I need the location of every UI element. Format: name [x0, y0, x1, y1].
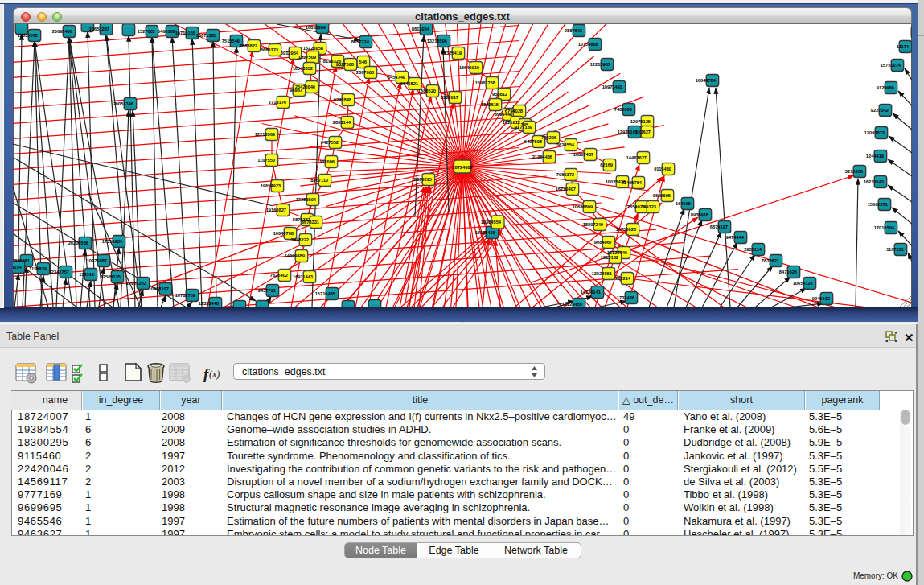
- svg-text:14099489: 14099489: [285, 253, 305, 258]
- svg-text:19035572: 19035572: [18, 33, 38, 38]
- svg-text:15716485: 15716485: [315, 291, 335, 296]
- svg-text:7485063: 7485063: [614, 107, 632, 112]
- svg-text:13353594: 13353594: [296, 197, 317, 202]
- svg-text:17957253: 17957253: [126, 281, 146, 286]
- svg-text:20206536: 20206536: [68, 241, 88, 245]
- svg-text:7955812: 7955812: [490, 92, 507, 97]
- svg-text:9084067: 9084067: [594, 240, 612, 245]
- svg-text:15751074: 15751074: [881, 63, 901, 68]
- svg-text:23495784: 23495784: [622, 180, 643, 185]
- svg-text:10654122: 10654122: [793, 281, 813, 286]
- svg-text:9777169: 9777169: [515, 125, 532, 130]
- svg-text:(x): (x): [209, 369, 220, 380]
- svg-text:18724007: 18724007: [452, 165, 472, 170]
- svg-text:17016504: 17016504: [874, 225, 895, 230]
- svg-text:62169: 62169: [600, 163, 613, 167]
- svg-text:9115460: 9115460: [654, 167, 671, 171]
- svg-text:1733426: 1733426: [617, 295, 634, 300]
- svg-text:546: 546: [359, 60, 368, 64]
- svg-text:10719155: 10719155: [175, 31, 195, 35]
- svg-text:16720407: 16720407: [556, 187, 576, 192]
- svg-text:19654923: 19654923: [261, 183, 281, 188]
- svg-text:8322017: 8322017: [441, 95, 458, 100]
- svg-text:3624554: 3624554: [556, 142, 575, 147]
- svg-text:1327509: 1327509: [298, 55, 316, 60]
- svg-text:9227342: 9227342: [871, 108, 889, 113]
- svg-text:8454749: 8454749: [388, 75, 405, 80]
- svg-text:117006: 117006: [319, 159, 335, 164]
- svg-text:10686809: 10686809: [573, 204, 593, 209]
- svg-text:9245612: 9245612: [812, 296, 830, 301]
- svg-text:12213967: 12213967: [590, 62, 610, 67]
- svg-text:2935114: 2935114: [744, 247, 762, 252]
- svg-text:6794028: 6794028: [505, 109, 523, 113]
- svg-text:10961758: 10961758: [475, 80, 495, 85]
- svg-text:2803144: 2803144: [333, 120, 351, 125]
- svg-text:8471626: 8471626: [779, 270, 797, 274]
- svg-text:9474444: 9474444: [726, 235, 745, 240]
- svg-text:7986372: 7986372: [556, 172, 574, 177]
- svg-text:2718176: 2718176: [269, 100, 286, 105]
- svg-text:16782759: 16782759: [175, 293, 195, 298]
- svg-text:335061: 335061: [14, 258, 30, 263]
- svg-text:8660123: 8660123: [261, 47, 278, 52]
- svg-text:10807487: 10807487: [573, 152, 593, 157]
- svg-text:16911443: 16911443: [293, 274, 313, 279]
- svg-text:15158415: 15158415: [475, 230, 495, 235]
- svg-text:16648784: 16648784: [696, 78, 717, 83]
- svg-text:7632621: 7632621: [762, 258, 779, 263]
- svg-text:39154: 39154: [13, 265, 23, 270]
- svg-text:1156829: 1156829: [29, 266, 47, 271]
- svg-text:3912954: 3912954: [281, 51, 299, 56]
- svg-text:10653287: 10653287: [89, 27, 109, 31]
- svg-text:10975887: 10975887: [87, 258, 107, 263]
- svg-text:13226058: 13226058: [303, 46, 323, 51]
- svg-text:12093873: 12093873: [864, 130, 885, 135]
- svg-text:9327508: 9327508: [336, 62, 354, 67]
- svg-text:8678331: 8678331: [302, 220, 319, 225]
- svg-text:13218506: 13218506: [427, 39, 447, 43]
- svg-text:7625402: 7625402: [270, 273, 288, 278]
- svg-text:1615132: 1615132: [601, 255, 618, 260]
- svg-text:10154808: 10154808: [578, 42, 598, 47]
- svg-text:12123455: 12123455: [562, 302, 582, 307]
- svg-text:6879197: 6879197: [710, 225, 728, 229]
- svg-text:164095: 164095: [676, 201, 691, 206]
- svg-text:1167531: 1167531: [886, 247, 904, 252]
- svg-text:13325419: 13325419: [441, 51, 462, 56]
- svg-text:13524851: 13524851: [592, 271, 612, 276]
- svg-text:8657224: 8657224: [351, 39, 370, 44]
- svg-text:252214: 252214: [615, 276, 631, 281]
- svg-text:12505135: 12505135: [101, 274, 121, 279]
- svg-text:9242848: 9242848: [334, 97, 351, 102]
- svg-text:9427552: 9427552: [321, 140, 339, 145]
- svg-text:20691406: 20691406: [52, 29, 72, 34]
- svg-text:12342757: 12342757: [49, 270, 69, 274]
- svg-text:1588520: 1588520: [418, 89, 436, 93]
- svg-text:19384554: 19384554: [481, 220, 502, 225]
- svg-text:17359934: 17359934: [102, 239, 123, 244]
- svg-text:14463627: 14463627: [626, 155, 647, 160]
- svg-text:11174: 11174: [897, 44, 910, 49]
- svg-text:10046708: 10046708: [273, 231, 294, 236]
- svg-text:19166827: 19166827: [266, 208, 286, 212]
- svg-text:2887642: 2887642: [565, 28, 582, 33]
- svg-text:746206: 746206: [541, 135, 556, 140]
- svg-text:1244419: 1244419: [866, 154, 884, 159]
- svg-text:8813054: 8813054: [412, 27, 430, 31]
- svg-text:8267110: 8267110: [310, 178, 328, 183]
- svg-text:3215958: 3215958: [845, 169, 863, 174]
- svg-text:16210643: 16210643: [864, 179, 884, 184]
- svg-text:98967: 98967: [290, 88, 302, 93]
- svg-text:1362615: 1362615: [481, 102, 499, 107]
- svg-text:16853809: 16853809: [306, 25, 326, 30]
- svg-text:10958107: 10958107: [149, 286, 169, 291]
- svg-text:7515546: 7515546: [222, 39, 240, 43]
- svg-text:349123: 349123: [641, 204, 656, 209]
- svg-text:6466160: 6466160: [158, 29, 175, 34]
- svg-text:9646821: 9646821: [400, 81, 418, 86]
- svg-text:12323448: 12323448: [199, 301, 219, 306]
- svg-text:6497508: 6497508: [524, 139, 542, 144]
- svg-text:10756928: 10756928: [616, 227, 636, 232]
- svg-text:10543332: 10543332: [293, 66, 313, 71]
